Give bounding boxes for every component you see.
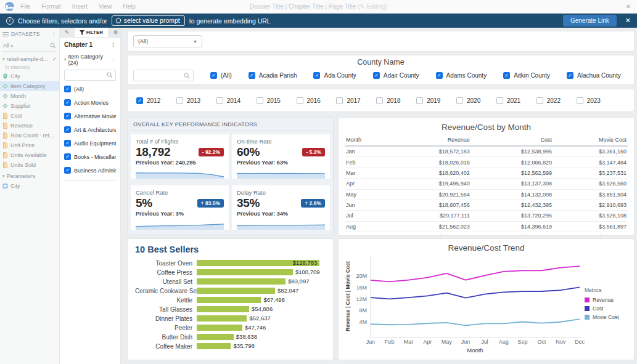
search-icon[interactable] [50,42,56,49]
dataset-attribute-units-sold[interactable]: Units Sold [0,160,59,170]
legend-title: Metrics [585,287,629,293]
collapse-caret-icon[interactable]: ▾ [2,174,5,179]
group-caret-icon[interactable]: ▾ [64,57,67,62]
tab-edit[interactable]: ✎ [60,28,74,37]
window-close-icon[interactable]: ✕ [626,3,631,10]
bar[interactable] [197,325,242,331]
doc-icon [2,162,8,168]
parameter-city[interactable]: City [0,181,59,191]
group-menu-icon[interactable]: ⋮ [110,57,116,63]
dataset-check-icon: ✓ [52,56,57,62]
year-option-2021[interactable]: 2021 [496,97,520,104]
filter-search-input[interactable] [64,70,116,81]
county-option--all-[interactable]: ✓(All) [210,72,232,79]
table-cell: $12,432,395 [471,200,553,210]
year-option-2017[interactable]: 2017 [336,97,360,104]
county-option-alachua-county[interactable]: ✓Alachua County [567,72,621,79]
bar-row-dinner-plates: Dinner Plates$52,637 [135,315,326,322]
menu-format[interactable]: Format [41,3,61,10]
dataset-attribute-supplier[interactable]: Supplier [0,101,59,111]
legend-item-cost[interactable]: Cost [585,305,629,312]
revenue-cost-table-card: Revenue/Cost by Month MonthRevenueCostMo… [338,117,635,236]
checkbox-icon [536,97,543,104]
year-option-2016[interactable]: 2016 [297,97,321,104]
dataset-root[interactable]: ▾ retail-sample-d... ✓ [0,54,59,64]
generate-link-button[interactable]: Generate Link [563,15,617,26]
dataset-attribute-units-available[interactable]: Units Available [0,150,59,160]
filter-item--all-[interactable]: ✓(All) [64,86,116,92]
attribute-label: Units Available [10,152,47,158]
menu-view[interactable]: View [99,3,112,10]
bar-category-label: Butter Dish [135,334,197,341]
filter-item-label: Art & Architecture [74,127,116,133]
filter-item-action-movies[interactable]: ✓Action Movies [64,99,116,106]
menu-insert[interactable]: Insert [72,3,88,10]
filter-item-audio-equipment[interactable]: ✓Audio Equipment [64,140,116,147]
dataset-attribute-month[interactable]: Month [0,91,59,101]
datasets-filter-dropdown[interactable]: All ▾ [3,42,13,49]
select-value-prompt-button[interactable]: select value prompt [112,15,185,26]
county-option-adair-county[interactable]: ✓Adair County [373,72,419,79]
year-option-2019[interactable]: 2019 [416,97,440,104]
chapter-menu-icon[interactable]: ⋮ [110,42,116,48]
checkbox-icon: ✓ [64,113,71,119]
bar[interactable] [197,288,275,294]
menu-help[interactable]: Help [123,3,136,10]
bar-value-label: $47,746 [245,324,266,331]
bar[interactable] [197,297,261,303]
table-cell: $3,626,560 [553,179,628,189]
menu-file[interactable]: File [20,3,30,10]
year-option-2015[interactable]: 2015 [257,97,281,104]
filter-item-business-administration[interactable]: ✓Business Administration [64,167,116,174]
parameters-root[interactable]: ▾ Parameters [0,171,59,181]
bar-row-coffee-maker: Coffee Maker$35,798 [135,343,326,349]
dataset-attribute-item-category[interactable]: Item Category [0,81,59,91]
year-option-2023[interactable]: 2023 [577,97,601,104]
county-option-aitkin-county[interactable]: ✓Aitkin County [503,72,550,79]
year-option-2020[interactable]: 2020 [456,97,480,104]
table-row: Jul$20,177,111$13,720,295$3,526,108 [345,211,628,221]
bar[interactable] [197,315,247,322]
bar-value-label: $67,498 [263,296,284,303]
county-option-ada-county[interactable]: ✓Ada County [313,72,356,79]
year-option-2018[interactable]: 2018 [376,97,400,104]
banner-close-icon[interactable]: ✕ [625,17,631,25]
year-option-2013[interactable]: 2013 [176,97,200,104]
county-option-ada-county-label: Ada County [324,72,356,79]
datasets-menu-icon[interactable]: ⋮ [51,31,57,37]
bar[interactable] [197,334,234,340]
year-option-2022[interactable]: 2022 [536,97,561,104]
collapse-caret-icon[interactable]: ▾ [2,57,5,62]
dataset-attribute-cost[interactable]: Cost [0,111,59,121]
dataset-attribute-city[interactable]: City [0,71,59,81]
year-option-2012[interactable]: ✓2012 [136,97,160,104]
year-option-2014[interactable]: 2014 [216,97,240,104]
filter-item-books-miscellaneous[interactable]: ✓Books - Miscellaneous [64,153,116,160]
param-icon [2,183,8,189]
kpi-header: OVERALL KEY PERFORMANCE INDICATORS [128,118,333,131]
filter-item-art-architecture[interactable]: ✓Art & Architecture [64,126,116,133]
dataset-attribute-unit-price[interactable]: Unit Price [0,140,59,150]
bar[interactable] [197,306,249,312]
kpi-label: Delay Rate [237,189,325,196]
dossier-title-text: Dossier Title | Chapter Title | Page Tit… [250,3,356,10]
bar[interactable] [197,343,231,349]
bar[interactable] [197,278,286,285]
tab-filter[interactable]: FILTER [74,28,109,37]
all-selector-dropdown[interactable]: (All) ▼ [133,35,202,47]
dataset-attribute-revenue[interactable]: Revenue [0,121,59,131]
year-option-2017-label: 2017 [347,97,360,104]
kpi-tile-on-time-rate: On-time Rate60%- 5.2%Previous Year: 63% [232,134,330,179]
filter-item-alternative-movies[interactable]: ✓Alternative Movies [64,113,116,119]
banner-text-after: to generate embedding URL [189,17,271,25]
table-cell: $13,720,295 [471,211,553,221]
bar[interactable] [197,269,293,275]
dataset-attribute-row-count-ret-[interactable]: Row Count - ret... [0,131,59,140]
county-option-acadia-parish[interactable]: ✓Acadia Parish [249,72,297,79]
tab-settings[interactable]: ⚙ [109,28,121,37]
legend-item-movie-cost[interactable]: Movie Cost [585,314,629,320]
pin-icon [2,73,8,79]
county-search-input[interactable] [133,70,194,81]
county-option-adams-county[interactable]: ✓Adams County [436,72,487,79]
legend-item-revenue[interactable]: Revenue [585,297,629,303]
